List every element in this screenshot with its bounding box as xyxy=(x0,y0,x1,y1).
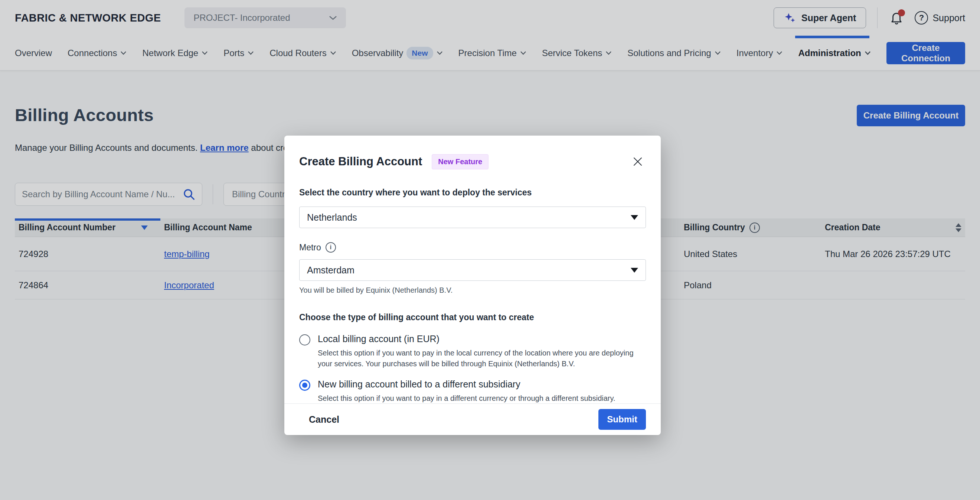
cancel-button[interactable]: Cancel xyxy=(309,414,339,425)
option-different-subsidiary: New billing account billed to a differen… xyxy=(299,379,646,404)
radio-local-billing[interactable] xyxy=(299,334,310,345)
option-label[interactable]: Local billing account (in EUR) xyxy=(318,334,646,344)
create-billing-account-modal: Create Billing Account New Feature Selec… xyxy=(284,136,661,435)
option-description: Select this option if you want to pay in… xyxy=(318,393,616,404)
country-select[interactable]: Netherlands xyxy=(299,206,646,228)
country-select-value: Netherlands xyxy=(307,212,357,223)
new-feature-badge: New Feature xyxy=(432,154,488,169)
metro-label-text: Metro xyxy=(299,243,321,252)
option-description: Select this option if you want to pay in… xyxy=(318,348,646,369)
caret-down-icon xyxy=(631,268,638,273)
radio-different-subsidiary[interactable] xyxy=(299,380,310,391)
info-icon[interactable]: i xyxy=(326,242,336,252)
modal-header: Create Billing Account New Feature xyxy=(299,136,646,170)
metro-select-value: Amsterdam xyxy=(307,265,355,276)
close-icon[interactable] xyxy=(630,153,646,170)
country-field-label: Select the country where you want to dep… xyxy=(299,188,646,198)
option-local-billing: Local billing account (in EUR) Select th… xyxy=(299,334,646,369)
billing-entity-helper: You will be billed by Equinix (Netherlan… xyxy=(299,286,646,295)
modal-title: Create Billing Account xyxy=(299,155,422,168)
metro-field-label: Metro i xyxy=(299,242,646,252)
option-label[interactable]: New billing account billed to a differen… xyxy=(318,379,616,390)
account-type-label: Choose the type of billing account that … xyxy=(299,312,646,323)
submit-button[interactable]: Submit xyxy=(598,409,646,430)
caret-down-icon xyxy=(631,215,638,220)
metro-select[interactable]: Amsterdam xyxy=(299,259,646,281)
modal-footer: Cancel Submit xyxy=(284,403,661,435)
